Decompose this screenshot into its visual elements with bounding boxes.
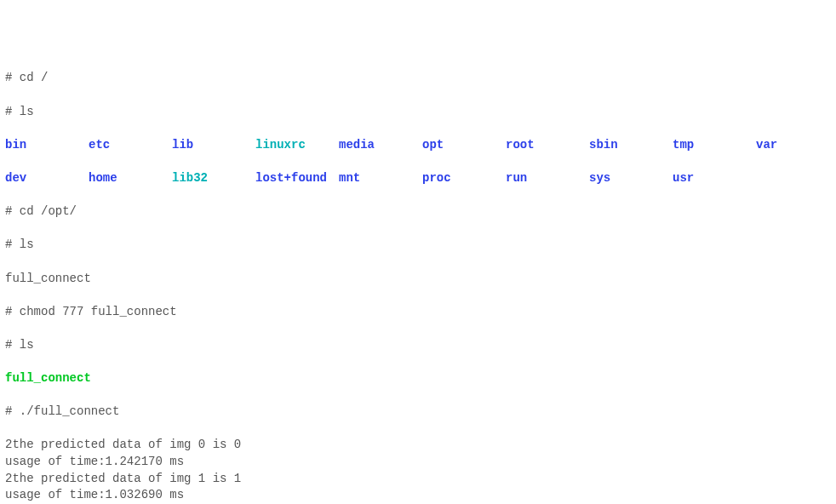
prediction-output-block: 2the predicted data of img 0 is 0usage o… [5, 437, 831, 504]
ls-entry: linuxrc [255, 137, 339, 154]
ls-entry: etc [89, 137, 172, 154]
ls-entry: tmp [673, 137, 756, 154]
cmd-text: # ./full_connect [5, 404, 119, 418]
terminal-line-cmd: # chmod 777 full_connect [5, 304, 831, 321]
cmd-text: # ls [5, 105, 34, 118]
terminal-line-cmd: # ./full_connect [5, 404, 831, 421]
prediction-line: 2the predicted data of img 0 is 0 [5, 437, 831, 454]
time-usage-line: usage of time:1.032690 ms [5, 487, 831, 504]
ls-entry: sys [589, 170, 673, 187]
terminal-line-output: full_connect [5, 271, 831, 288]
ls-output-row: binetcliblinuxrcmediaoptrootsbintmpvar [5, 137, 831, 154]
output-text: full_connect [5, 272, 91, 285]
terminal-line-output: full_connect [5, 370, 831, 387]
cmd-text: # cd / [5, 71, 48, 84]
ls-entry: usr [673, 170, 756, 187]
cmd-text: # cd /opt/ [5, 204, 77, 218]
ls-entry: var [756, 137, 836, 154]
terminal-line-cmd: # ls [5, 104, 831, 121]
ls-entry: opt [422, 137, 506, 154]
ls-entry: sbin [589, 137, 673, 154]
ls-entry: bin [5, 137, 89, 154]
ls-entry: root [506, 137, 589, 154]
ls-entry: lib32 [172, 170, 255, 187]
ls-entry: run [506, 170, 589, 187]
ls-entry: home [89, 170, 172, 187]
time-usage-text: usage of time:1.242170 ms [5, 455, 184, 468]
terminal-line-cmd: # ls [5, 337, 831, 354]
ls-entry: lib [172, 137, 255, 154]
executable-file: full_connect [5, 371, 91, 385]
prediction-text: 2the predicted data of img 1 is 1 [5, 472, 241, 485]
terminal-line-cmd: # ls [5, 237, 831, 254]
prediction-text: 2the predicted data of img 0 is 0 [5, 438, 241, 451]
time-usage-text: usage of time:1.032690 ms [5, 488, 184, 501]
ls-entry: media [339, 137, 422, 154]
ls-output-row: devhomelib32lost+foundmntprocrunsysusr [5, 170, 831, 187]
terminal-line-cmd: # cd /opt/ [5, 203, 831, 220]
cmd-text: # ls [5, 238, 34, 251]
cmd-text: # chmod 777 full_connect [5, 305, 177, 318]
cmd-text: # ls [5, 338, 34, 352]
terminal-line-cmd: # cd / [5, 70, 831, 87]
time-usage-line: usage of time:1.242170 ms [5, 454, 831, 471]
prediction-line: 2the predicted data of img 1 is 1 [5, 471, 831, 488]
ls-entry: proc [422, 170, 506, 187]
ls-entry: mnt [339, 170, 422, 187]
ls-entry: dev [5, 170, 89, 187]
ls-entry: lost+found [255, 170, 339, 187]
